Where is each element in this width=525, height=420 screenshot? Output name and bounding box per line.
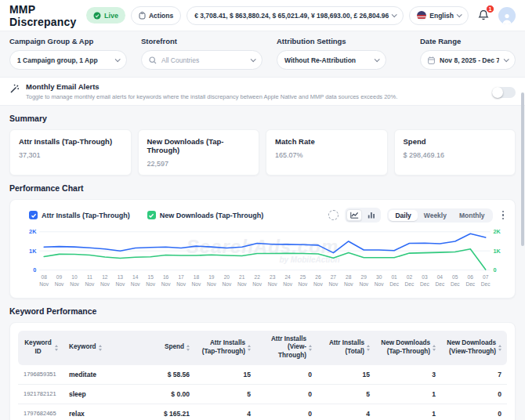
- sort-icon[interactable]: [55, 345, 58, 351]
- checkbox-checked-icon[interactable]: [147, 211, 156, 219]
- column-label: Keyword: [69, 343, 96, 352]
- column-header-sort[interactable]: Spend: [148, 331, 195, 365]
- sort-icon[interactable]: [367, 345, 370, 351]
- svg-text:Nov: Nov: [207, 281, 216, 287]
- summary-card: Attr Installs (Tap-Through)37,301: [9, 129, 132, 176]
- app-header: MMP Discrepancy Live Actions € 3,708.41,…: [0, 0, 525, 31]
- legend-attr-installs[interactable]: Attr Installs (Tap-Through): [29, 211, 130, 219]
- legend-label: Attr Installs (Tap-Through): [42, 212, 130, 219]
- line-chart-button[interactable]: [346, 209, 362, 221]
- value-cell: 3: [375, 365, 441, 385]
- performance-chart[interactable]: 001K1K2K2K08Nov09Nov10Nov11Nov12Nov13Nov…: [18, 226, 507, 293]
- keyword-id-cell: 1796859351: [18, 365, 63, 385]
- monthly-email-alerts-banner: Monthly Email Alerts Toggle to manage mo…: [0, 77, 525, 106]
- svg-text:0: 0: [493, 266, 496, 273]
- value-cell: 1: [375, 404, 441, 420]
- filter-campaign-group: Campaign Group & App 1 Campaign group, 1…: [9, 37, 127, 70]
- period-weekly[interactable]: Weekly: [418, 210, 453, 221]
- svg-text:1K: 1K: [493, 248, 501, 255]
- sort-icon[interactable]: [186, 345, 190, 351]
- magic-wand-icon: [9, 84, 20, 94]
- svg-text:25: 25: [300, 274, 306, 280]
- column-label: Attr Installs (Total): [323, 339, 364, 356]
- notifications-button[interactable]: 1: [474, 6, 493, 25]
- column-header-sort[interactable]: Attr Installs (Total): [317, 331, 375, 365]
- column-header-sort[interactable]: Keyword ID: [18, 331, 63, 365]
- search-icon: [149, 56, 157, 64]
- chevron-down-icon: [251, 56, 256, 62]
- page-title: MMP Discrepancy: [9, 3, 86, 28]
- period-daily[interactable]: Daily: [389, 210, 417, 221]
- filter-label: Storefront: [141, 37, 262, 45]
- svg-text:Nov: Nov: [70, 281, 79, 287]
- line-chart-icon: [350, 212, 359, 219]
- bar-chart-button[interactable]: [364, 209, 379, 221]
- filter-bar: Campaign Group & App 1 Campaign group, 1…: [0, 31, 525, 77]
- avatar[interactable]: [498, 7, 516, 24]
- svg-text:07: 07: [483, 274, 489, 280]
- value-cell: 7: [441, 365, 507, 385]
- svg-text:Nov: Nov: [252, 281, 262, 287]
- value-cell: $ 165.21: [148, 404, 195, 420]
- value-cell: 0: [256, 404, 317, 420]
- date-range-picker[interactable]: Nov 8, 2025 - Dec 7, 2025: [420, 50, 516, 70]
- svg-text:Nov: Nov: [299, 281, 308, 287]
- column-header-sort[interactable]: Keyword: [63, 331, 148, 365]
- sort-icon[interactable]: [309, 345, 312, 351]
- svg-text:Dec: Dec: [481, 281, 491, 287]
- scrollbar-thumb[interactable]: [521, 92, 524, 246]
- svg-text:2K: 2K: [29, 228, 37, 235]
- value-cell: 4: [195, 404, 256, 420]
- storefront-select[interactable]: All Countries: [141, 50, 262, 70]
- sort-icon[interactable]: [498, 345, 501, 351]
- calendar-icon: [428, 56, 435, 64]
- summary-card-label: Attr Installs (Tap-Through): [19, 137, 122, 146]
- checkbox-checked-icon[interactable]: [29, 211, 38, 219]
- fullscreen-icon[interactable]: [328, 210, 339, 220]
- svg-text:19: 19: [208, 274, 215, 280]
- filter-label: Attribution Settings: [277, 37, 386, 45]
- svg-text:18: 18: [194, 274, 200, 280]
- period-monthly[interactable]: Monthly: [453, 210, 491, 221]
- column-header-sort[interactable]: New Downloads (View-Through): [441, 331, 507, 365]
- campaign-group-select[interactable]: 1 Campaign group, 1 App: [9, 50, 127, 70]
- svg-text:27: 27: [331, 274, 337, 280]
- svg-text:1K: 1K: [29, 248, 37, 255]
- column-header-sort[interactable]: New Downloads (Tap-Through): [375, 331, 441, 365]
- chevron-down-icon: [504, 56, 509, 62]
- language-label: English: [429, 12, 454, 20]
- performance-chart-card: SearchAds.com by MobileAction Attr Insta…: [9, 199, 516, 299]
- svg-text:Nov: Nov: [283, 281, 292, 287]
- email-alerts-toggle[interactable]: [492, 87, 516, 98]
- actions-button-label: Actions: [149, 12, 173, 20]
- more-options-icon[interactable]: [499, 209, 508, 222]
- svg-text:21: 21: [239, 274, 245, 280]
- column-header-sort[interactable]: Attr Installs (Tap-Through): [195, 331, 256, 365]
- language-dropdown[interactable]: English: [409, 6, 469, 25]
- summary-card-label: New Downloads (Tap-Through): [147, 137, 251, 154]
- legend-new-downloads[interactable]: New Downloads (Tap-Through): [147, 211, 263, 219]
- keyword-performance-heading: Keyword Performance: [9, 306, 516, 316]
- svg-text:Nov: Nov: [328, 281, 338, 287]
- filter-attribution: Attribution Settings Without Re-Attribut…: [277, 37, 386, 70]
- svg-text:Nov: Nov: [359, 281, 368, 287]
- summary-card-value: $ 298,469.16: [404, 151, 507, 159]
- svg-text:16: 16: [163, 274, 169, 280]
- currency-dropdown[interactable]: € 3,708.41, $ 863,880.24, $ 65,021.49, ¥…: [186, 6, 404, 25]
- svg-text:Dec: Dec: [451, 281, 460, 287]
- svg-text:11: 11: [87, 274, 92, 280]
- column-header-sort[interactable]: Attr Installs (View-Through): [256, 331, 317, 365]
- keyword-id-cell: 1921782121: [18, 384, 63, 404]
- svg-text:13: 13: [118, 274, 124, 280]
- svg-text:14: 14: [132, 274, 139, 280]
- sort-icon[interactable]: [433, 345, 436, 351]
- actions-button[interactable]: Actions: [131, 6, 181, 25]
- attribution-select[interactable]: Without Re-Attribution: [277, 50, 386, 70]
- svg-text:Dec: Dec: [389, 281, 399, 287]
- column-label: New Downloads (Tap-Through): [381, 339, 430, 356]
- period-selector: Daily Weekly Monthly: [387, 208, 492, 223]
- sort-icon[interactable]: [99, 345, 102, 351]
- keyword-performance-section: Keyword Performance Keyword IDKeywordSpe…: [0, 299, 525, 420]
- svg-text:Nov: Nov: [131, 281, 140, 287]
- sort-icon[interactable]: [248, 345, 251, 351]
